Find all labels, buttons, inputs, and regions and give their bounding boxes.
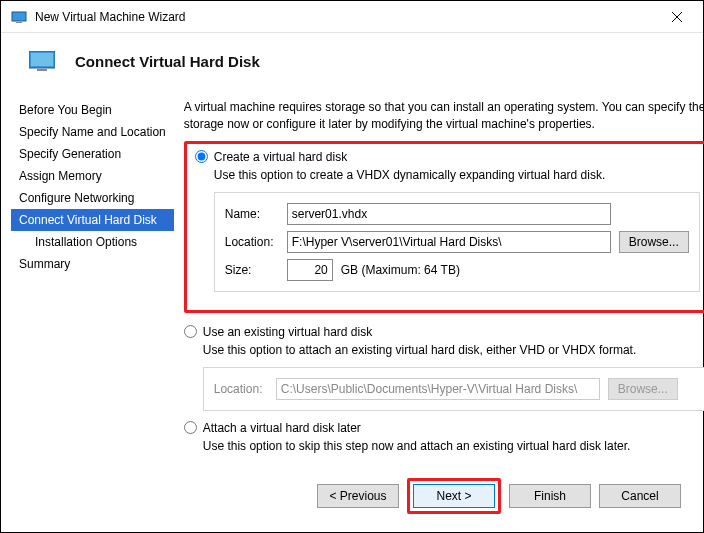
step-specify-generation[interactable]: Specify Generation	[11, 143, 174, 165]
main-content: A virtual machine requires storage so th…	[174, 91, 704, 464]
existing-disk-fields: Location: Browse...	[203, 367, 704, 411]
option-attach-later: Attach a virtual hard disk later Use thi…	[184, 421, 704, 454]
existing-location-label: Location:	[214, 382, 268, 396]
next-highlight: Next >	[407, 478, 501, 514]
step-connect-vhd[interactable]: Connect Virtual Hard Disk	[11, 209, 174, 231]
radio-existing-disk[interactable]	[184, 325, 197, 338]
button-bar: < Previous Next > Finish Cancel	[317, 478, 681, 514]
svg-rect-0	[12, 12, 26, 21]
step-configure-networking[interactable]: Configure Networking	[11, 187, 174, 209]
existing-browse-button: Browse...	[608, 378, 678, 400]
create-disk-desc: Use this option to create a VHDX dynamic…	[214, 167, 700, 183]
disk-name-input[interactable]	[287, 203, 611, 225]
titlebar: New Virtual Machine Wizard	[1, 1, 703, 33]
step-installation-options[interactable]: Installation Options	[11, 231, 174, 253]
page-title: Connect Virtual Hard Disk	[75, 53, 260, 70]
name-label: Name:	[225, 207, 279, 221]
radio-attach-later[interactable]	[184, 421, 197, 434]
existing-location-input	[276, 378, 600, 400]
previous-button[interactable]: < Previous	[317, 484, 399, 508]
location-label: Location:	[225, 235, 279, 249]
create-disk-highlight: Create a virtual hard disk Use this opti…	[184, 141, 704, 313]
svg-rect-1	[16, 22, 22, 23]
vm-icon	[29, 51, 55, 71]
attach-later-desc: Use this option to skip this step now an…	[203, 438, 704, 454]
disk-size-input[interactable]	[287, 259, 333, 281]
size-label: Size:	[225, 263, 279, 277]
option-existing-disk: Use an existing virtual hard disk Use th…	[184, 325, 704, 411]
option-create-disk: Create a virtual hard disk Use this opti…	[195, 150, 700, 292]
close-button[interactable]	[661, 3, 693, 31]
wizard-window: New Virtual Machine Wizard Connect Virtu…	[0, 0, 704, 533]
next-button[interactable]: Next >	[413, 484, 495, 508]
radio-existing-disk-label: Use an existing virtual hard disk	[203, 325, 372, 339]
step-summary[interactable]: Summary	[11, 253, 174, 275]
finish-button[interactable]: Finish	[509, 484, 591, 508]
step-specify-name[interactable]: Specify Name and Location	[11, 121, 174, 143]
radio-attach-later-label: Attach a virtual hard disk later	[203, 421, 361, 435]
step-before-you-begin[interactable]: Before You Begin	[11, 99, 174, 121]
radio-create-disk-label: Create a virtual hard disk	[214, 150, 347, 164]
wizard-steps-sidebar: Before You Begin Specify Name and Locati…	[11, 91, 174, 464]
window-title: New Virtual Machine Wizard	[35, 10, 661, 24]
browse-button[interactable]: Browse...	[619, 231, 689, 253]
disk-location-input[interactable]	[287, 231, 611, 253]
svg-rect-5	[31, 53, 53, 66]
wizard-header: Connect Virtual Hard Disk	[1, 33, 703, 91]
radio-create-disk[interactable]	[195, 150, 208, 163]
size-hint: GB (Maximum: 64 TB)	[341, 263, 460, 277]
svg-rect-6	[37, 69, 47, 71]
existing-disk-desc: Use this option to attach an existing vi…	[203, 342, 704, 358]
create-disk-fields: Name: Location: Browse... Size: GB (Maxi…	[214, 192, 700, 292]
step-assign-memory[interactable]: Assign Memory	[11, 165, 174, 187]
cancel-button[interactable]: Cancel	[599, 484, 681, 508]
app-icon	[11, 9, 27, 25]
intro-text: A virtual machine requires storage so th…	[184, 99, 704, 133]
